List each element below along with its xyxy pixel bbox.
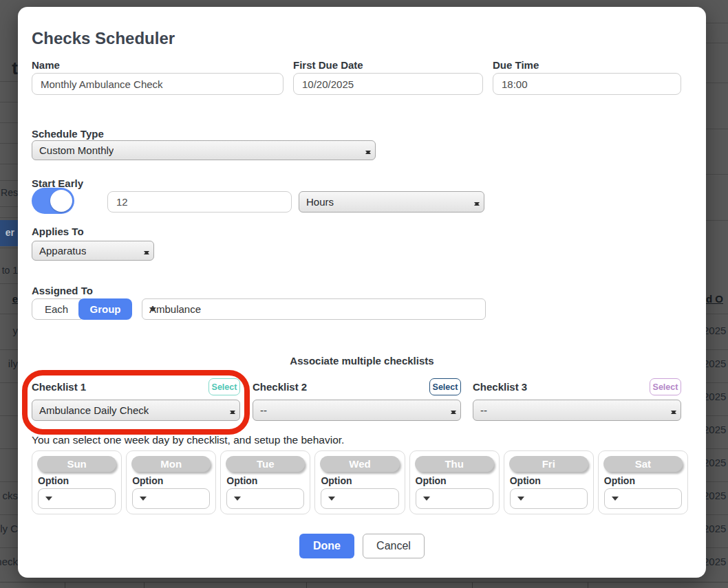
- applies-to-value: Apparatus: [39, 245, 86, 257]
- caret-down-icon: [517, 497, 524, 501]
- checklist-2-select-button[interactable]: Select: [429, 378, 461, 395]
- option-label: Option: [416, 475, 447, 486]
- checklist-1-label: Checklist 1: [32, 381, 86, 393]
- bg-row-fragment: ily: [8, 358, 18, 369]
- bg-date-fragment: 2025: [703, 391, 726, 402]
- schedule-type-value: Custom Monthly: [39, 144, 114, 156]
- first-due-date-label: First Due Date: [293, 59, 363, 71]
- bg-date-fragment: 2025: [703, 490, 726, 501]
- bg-date-fragment: 2025: [703, 457, 726, 468]
- modal-actions: Done Cancel: [18, 534, 706, 558]
- option-label: Option: [132, 475, 163, 486]
- day-card-fri: Fri Option: [504, 450, 594, 514]
- day-button-tue[interactable]: Tue: [226, 456, 305, 472]
- bg-date-fragment: 2025: [703, 358, 726, 369]
- start-early-toggle[interactable]: [32, 188, 74, 214]
- checklist-3-select-button[interactable]: Select: [650, 378, 681, 395]
- caret-down-icon: [612, 497, 619, 501]
- due-time-label: Due Time: [493, 59, 539, 71]
- option-select-sat[interactable]: [604, 488, 682, 509]
- bg-date-fragment: 2025: [703, 556, 726, 567]
- applies-to-label: Applies To: [32, 226, 84, 237]
- option-label: Option: [38, 475, 69, 486]
- caret-down-icon: [45, 497, 52, 501]
- checklist-2-label: Checklist 2: [253, 381, 307, 393]
- caret-down-icon: [140, 497, 147, 501]
- bg-column-header-fragment: e: [12, 293, 18, 305]
- bg-row-fragment: heck: [0, 556, 18, 567]
- bg-column-header-fragment: d O: [706, 293, 723, 305]
- option-label: Option: [510, 475, 541, 486]
- checklist-1-value: Ambulance Daily Check: [39, 404, 149, 416]
- checks-scheduler-modal: Checks Scheduler Name First Due Date Due…: [18, 7, 706, 578]
- day-button-sun[interactable]: Sun: [37, 456, 116, 472]
- name-input[interactable]: [32, 73, 283, 95]
- day-button-thu[interactable]: Thu: [415, 456, 494, 472]
- day-card-sun: Sun Option: [32, 450, 122, 514]
- option-select-fri[interactable]: [510, 488, 588, 509]
- bg-text-fragment: Res: [1, 187, 18, 198]
- caret-down-icon: [423, 497, 430, 501]
- schedule-type-select[interactable]: Custom Monthly: [32, 140, 376, 160]
- bg-heading-fragment: t: [12, 58, 18, 79]
- option-select-tue[interactable]: [226, 488, 304, 509]
- assigned-group-select[interactable]: Ambulance: [142, 298, 486, 320]
- applies-to-select[interactable]: Apparatus: [32, 241, 154, 261]
- checklist-2-select[interactable]: --: [253, 400, 461, 421]
- day-button-mon[interactable]: Mon: [131, 456, 211, 472]
- day-button-wed[interactable]: Wed: [320, 456, 399, 472]
- day-card-sat: Sat Option: [598, 450, 688, 514]
- bg-blue-button-fragment: er: [0, 220, 18, 246]
- bg-date-fragment: 2025: [703, 325, 726, 336]
- option-select-mon[interactable]: [132, 488, 210, 509]
- name-label: Name: [32, 59, 60, 71]
- assigned-to-label: Assigned To: [32, 285, 93, 296]
- start-early-unit-value: Hours: [306, 196, 334, 208]
- first-due-date-input[interactable]: [293, 73, 483, 95]
- option-label: Option: [226, 475, 257, 486]
- cancel-button[interactable]: Cancel: [363, 534, 425, 558]
- caret-down-icon: [328, 497, 335, 501]
- caret-down-icon: [234, 497, 241, 501]
- bg-row-fragment: cks: [3, 490, 19, 501]
- start-early-amount-input[interactable]: [107, 191, 292, 213]
- bg-text-fragment: to 1: [2, 265, 18, 276]
- day-card-mon: Mon Option: [126, 450, 216, 514]
- day-button-fri[interactable]: Fri: [509, 456, 588, 472]
- checklist-3-label: Checklist 3: [473, 381, 527, 393]
- schedule-type-label: Schedule Type: [32, 128, 104, 140]
- due-time-input[interactable]: [493, 73, 681, 95]
- option-label: Option: [321, 475, 352, 486]
- day-card-wed: Wed Option: [314, 450, 405, 514]
- modal-title: Checks Scheduler: [32, 29, 175, 48]
- option-select-thu[interactable]: [416, 488, 493, 509]
- start-early-unit-select[interactable]: Hours: [299, 191, 484, 213]
- weekday-cards: Sun Option Mon Option Tue Option Wed Opt…: [32, 450, 688, 514]
- checklist-3-select[interactable]: --: [473, 400, 681, 421]
- option-label: Option: [604, 475, 635, 486]
- done-button[interactable]: Done: [299, 534, 354, 558]
- option-select-wed[interactable]: [321, 488, 398, 509]
- checklists-heading: Associate multiple checklists: [18, 355, 706, 367]
- day-card-tue: Tue Option: [220, 450, 310, 514]
- checklist-2-value: --: [260, 404, 267, 416]
- assigned-group-button[interactable]: Group: [78, 298, 132, 320]
- day-button-sat[interactable]: Sat: [603, 456, 683, 472]
- assigned-each-button[interactable]: Each: [32, 298, 81, 320]
- assigned-group-value: Ambulance: [149, 303, 201, 315]
- weekday-note: You can select one week day by checklist…: [32, 434, 344, 446]
- bg-row-fragment: y: [13, 325, 19, 336]
- bg-date-fragment: 2025: [703, 424, 726, 435]
- checklist-1-select[interactable]: Ambulance Daily Check: [32, 400, 240, 421]
- checklist-1-select-button[interactable]: Select: [208, 378, 240, 395]
- day-card-thu: Thu Option: [409, 450, 500, 514]
- option-select-sun[interactable]: [38, 488, 116, 509]
- toggle-knob-icon: [50, 190, 72, 212]
- bg-date-fragment: 2025: [703, 523, 726, 534]
- checklist-3-value: --: [480, 404, 487, 416]
- bg-row-fragment: ly C: [0, 523, 18, 534]
- bg-blue-button-label: er: [6, 227, 14, 238]
- dimmed-overlay: t Res er to 1 e y ily cks ly C heck d O …: [0, 0, 728, 588]
